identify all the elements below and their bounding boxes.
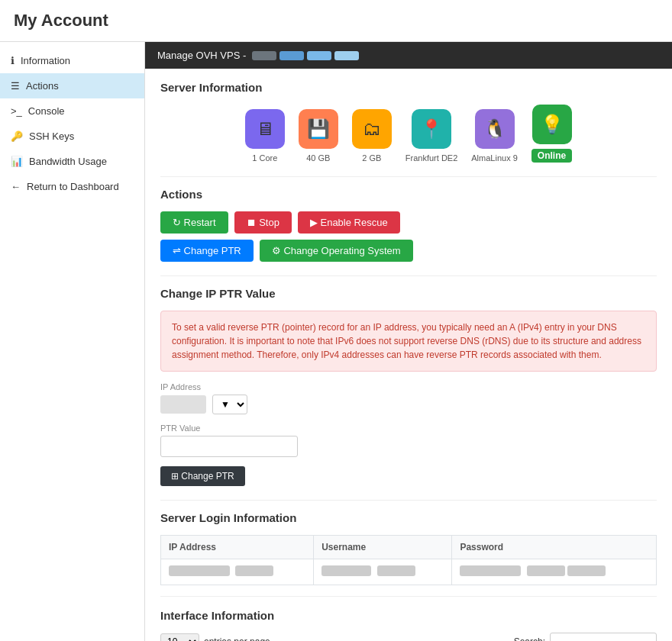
divider-3 xyxy=(160,500,657,501)
entries-select[interactable]: 10 25 50 100 xyxy=(160,633,199,641)
manage-label: Manage OVH VPS - xyxy=(157,50,246,61)
cpu-icon-box: 🖥 xyxy=(245,109,285,149)
manage-header: Manage OVH VPS - xyxy=(145,42,672,69)
actions-title: Actions xyxy=(160,188,657,201)
ip-address-select[interactable]: ▼ xyxy=(212,395,247,414)
sidebar-item-label: SSH Keys xyxy=(29,130,74,142)
os-icon: 🐧 xyxy=(483,118,506,140)
server-login-section: Server Login Information IP Address User… xyxy=(160,511,657,585)
pass-blur-2 xyxy=(527,565,565,576)
spec-hdd: 💾 40 GB xyxy=(299,109,338,163)
actions-icon: ☰ xyxy=(11,80,20,92)
console-icon: >_ xyxy=(11,105,22,117)
sidebar-item-console[interactable]: >_ Console xyxy=(0,98,144,124)
sidebar: ℹ Information ☰ Actions >_ Console 🔑 SSH… xyxy=(0,42,145,641)
sidebar-item-label: Return to Dashboard xyxy=(27,181,119,192)
server-info-title: Server Information xyxy=(160,81,657,94)
ptr-value-group: PTR Value xyxy=(160,424,657,457)
dot-1 xyxy=(252,51,276,60)
change-ptr-button[interactable]: ⇌ Change PTR xyxy=(160,240,254,262)
dot-3 xyxy=(307,51,331,60)
content-inner: Server Information 🖥 1 Core 💾 xyxy=(145,69,672,641)
ip-address-label: IP Address xyxy=(160,382,657,391)
os-label: AlmaLinux 9 xyxy=(471,153,518,163)
location-label: Frankfurt DE2 xyxy=(405,153,457,163)
sidebar-item-information[interactable]: ℹ Information xyxy=(0,48,144,73)
ptr-value-input[interactable] xyxy=(160,436,298,457)
info-icon: ℹ xyxy=(11,55,15,66)
ptr-alert: To set a valid reverse PTR (pointer) rec… xyxy=(160,311,657,372)
spec-cpu: 🖥 1 Core xyxy=(245,109,285,163)
interface-section: Interface Information 10 25 50 100 entri… xyxy=(160,609,657,641)
ip-blur-2 xyxy=(235,565,273,576)
stop-button[interactable]: ⏹ Stop xyxy=(234,211,292,234)
location-icon-box: 📍 xyxy=(412,109,451,149)
back-icon: ← xyxy=(11,181,21,192)
entries-label: entries per page xyxy=(204,636,270,641)
ip-address-row: ▼ xyxy=(160,395,657,414)
ptr-section: Change IP PTR Value To set a valid rever… xyxy=(160,287,657,486)
login-table: IP Address Username Password xyxy=(160,535,657,585)
page-title: My Account xyxy=(0,0,672,42)
spec-location: 📍 Frankfurt DE2 xyxy=(405,109,457,163)
restart-button[interactable]: ↻ Restart xyxy=(160,211,228,234)
actions-section: Actions ↻ Restart ⏹ Stop ▶ Enable Rescue… xyxy=(160,188,657,262)
col-password: Password xyxy=(452,536,657,559)
spec-status: 💡 Online xyxy=(531,105,572,163)
change-ptr-submit-button[interactable]: ⊞ Change PTR xyxy=(160,466,245,486)
status-icon-box: 💡 xyxy=(532,105,572,144)
hdd-icon: 💾 xyxy=(307,118,330,140)
sidebar-item-actions[interactable]: ☰ Actions xyxy=(0,73,144,98)
divider-2 xyxy=(160,275,657,276)
login-username xyxy=(314,559,452,585)
location-icon: 📍 xyxy=(420,118,443,140)
change-os-button[interactable]: ⚙ Change Operating System xyxy=(260,240,413,262)
ptr-title: Change IP PTR Value xyxy=(160,287,657,300)
divider-4 xyxy=(160,596,657,597)
os-icon-box: 🐧 xyxy=(475,109,515,149)
ram-label: 2 GB xyxy=(362,153,381,163)
interface-search-input[interactable] xyxy=(550,633,657,641)
interface-title: Interface Information xyxy=(160,609,657,622)
sidebar-item-ssh-keys[interactable]: 🔑 SSH Keys xyxy=(0,124,144,149)
header-dots xyxy=(252,51,359,60)
user-blur-1 xyxy=(321,565,371,576)
main-content: Manage OVH VPS - Server Information 🖥 xyxy=(145,42,672,641)
col-username: Username xyxy=(314,536,452,559)
search-control: Search: xyxy=(514,633,657,641)
status-light-icon: 💡 xyxy=(541,114,564,135)
ram-icon: 🗂 xyxy=(363,118,381,140)
col-ip: IP Address xyxy=(161,536,314,559)
divider-1 xyxy=(160,176,657,177)
ip-blur-1 xyxy=(169,565,230,576)
key-icon: 🔑 xyxy=(11,130,23,142)
sidebar-item-label: Information xyxy=(21,55,70,66)
dot-2 xyxy=(279,51,304,60)
ip-address-blur xyxy=(160,395,206,414)
ip-address-group: IP Address ▼ xyxy=(160,382,657,414)
pass-blur-1 xyxy=(460,565,521,576)
user-blur-2 xyxy=(377,565,415,576)
spec-ram: 🗂 2 GB xyxy=(352,109,392,163)
server-login-title: Server Login Information xyxy=(160,511,657,524)
entries-control: 10 25 50 100 entries per page xyxy=(160,633,270,641)
sidebar-item-bandwidth[interactable]: 📊 Bandwidth Usage xyxy=(0,149,144,174)
actions-row-1: ↻ Restart ⏹ Stop ▶ Enable Rescue xyxy=(160,211,657,234)
cpu-icon: 🖥 xyxy=(256,118,274,140)
chart-icon: 📊 xyxy=(11,156,23,167)
actions-row-2: ⇌ Change PTR ⚙ Change Operating System xyxy=(160,240,657,262)
sidebar-item-label: Bandwidth Usage xyxy=(29,156,107,167)
server-icons: 🖥 1 Core 💾 40 GB 🗂 xyxy=(160,105,657,163)
status-badge: Online xyxy=(531,149,572,163)
login-password xyxy=(452,559,657,585)
hdd-label: 40 GB xyxy=(306,153,330,163)
ptr-value-label: PTR Value xyxy=(160,424,657,433)
spec-os: 🐧 AlmaLinux 9 xyxy=(471,109,518,163)
hdd-icon-box: 💾 xyxy=(299,109,338,149)
table-row xyxy=(161,559,657,585)
enable-rescue-button[interactable]: ▶ Enable Rescue xyxy=(298,211,400,234)
interface-controls: 10 25 50 100 entries per page Search: xyxy=(160,633,657,641)
cpu-label: 1 Core xyxy=(252,153,277,163)
sidebar-item-dashboard[interactable]: ← Return to Dashboard xyxy=(0,174,144,199)
sidebar-item-label: Console xyxy=(28,105,65,117)
